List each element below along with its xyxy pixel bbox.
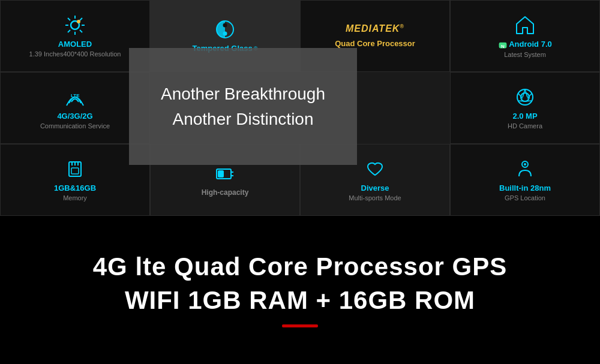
sub-title: WIFI 1GB RAM + 16GB ROM <box>125 286 475 315</box>
svg-line-8 <box>68 30 70 32</box>
svg-rect-28 <box>71 168 79 174</box>
android-subtitle: Latest System <box>504 51 546 58</box>
lte-icon: LTE <box>64 86 86 108</box>
android-logo-icon: N <box>498 40 508 49</box>
diverse-icon <box>364 158 386 180</box>
svg-point-9 <box>77 20 80 23</box>
memory-title: 1GB&16GB <box>54 183 96 193</box>
svg-text:N: N <box>501 43 505 49</box>
svg-point-30 <box>524 163 526 166</box>
lte-subtitle: Communication Service <box>40 122 110 130</box>
svg-point-12 <box>223 32 227 36</box>
overlay-line1: Another Breakthrough <box>161 82 325 107</box>
amoled-title: AMOLED <box>58 40 92 49</box>
camera-subtitle: HD Camera <box>508 122 542 130</box>
quad-core-title: Quad Core Processor <box>335 39 415 49</box>
android-icon <box>514 14 536 36</box>
diverse-title: Diverse <box>361 183 389 193</box>
feature-grid: AMOLED 1.39 Inches400*400 Resolution Tem… <box>0 0 600 216</box>
svg-line-5 <box>68 18 70 20</box>
main-title: 4G lte Quad Core Processor GPS <box>93 252 508 281</box>
bottom-section: 4G lte Quad Core Processor GPS WIFI 1GB … <box>0 216 600 364</box>
memory-icon <box>64 158 86 180</box>
svg-rect-34 <box>218 171 223 177</box>
mediatek-logo: MEDIATEK® <box>346 23 404 34</box>
feature-cell-lte: LTE 4G/3G/2G Communication Service <box>0 72 150 144</box>
overlay-line2: Another Distinction <box>172 107 313 132</box>
red-bar <box>282 324 318 327</box>
svg-point-11 <box>223 23 227 28</box>
feature-cell-memory: 1GB&16GB Memory <box>0 144 150 216</box>
battery-icon <box>214 163 236 185</box>
feature-cell-camera: 2.0 MP HD Camera <box>450 72 600 144</box>
svg-line-21 <box>518 101 525 101</box>
svg-line-7 <box>80 18 82 20</box>
diverse-subtitle: Multi-sports Mode <box>349 194 401 201</box>
feature-cell-gps: Buillt-in 28nm GPS Location <box>450 144 600 216</box>
feature-cell-amoled: AMOLED 1.39 Inches400*400 Resolution <box>0 0 150 72</box>
svg-line-6 <box>80 30 82 32</box>
svg-point-16 <box>517 89 533 105</box>
gps-subtitle: GPS Location <box>505 194 545 201</box>
svg-text:LTE: LTE <box>71 93 80 98</box>
feature-cell-android: N Android 7.0 Latest System <box>450 0 600 72</box>
android-title: Android 7.0 <box>509 40 552 49</box>
amoled-subtitle: 1.39 Inches400*400 Resolution <box>29 50 121 58</box>
lte-title: 4G/3G/2G <box>57 112 92 121</box>
memory-subtitle: Memory <box>63 194 87 201</box>
battery-title: High-capacity <box>202 188 249 197</box>
amoled-icon <box>64 14 86 36</box>
gps-title: Buillt-in 28nm <box>499 183 551 193</box>
gps-icon <box>514 158 536 180</box>
tempered-glass-icon <box>214 19 236 40</box>
camera-title: 2.0 MP <box>512 112 537 121</box>
overlay-panel: Another Breakthrough Another Distinction <box>129 48 357 165</box>
page-container: AMOLED 1.39 Inches400*400 Resolution Tem… <box>0 0 600 364</box>
camera-icon <box>514 86 536 108</box>
svg-line-20 <box>525 101 532 101</box>
